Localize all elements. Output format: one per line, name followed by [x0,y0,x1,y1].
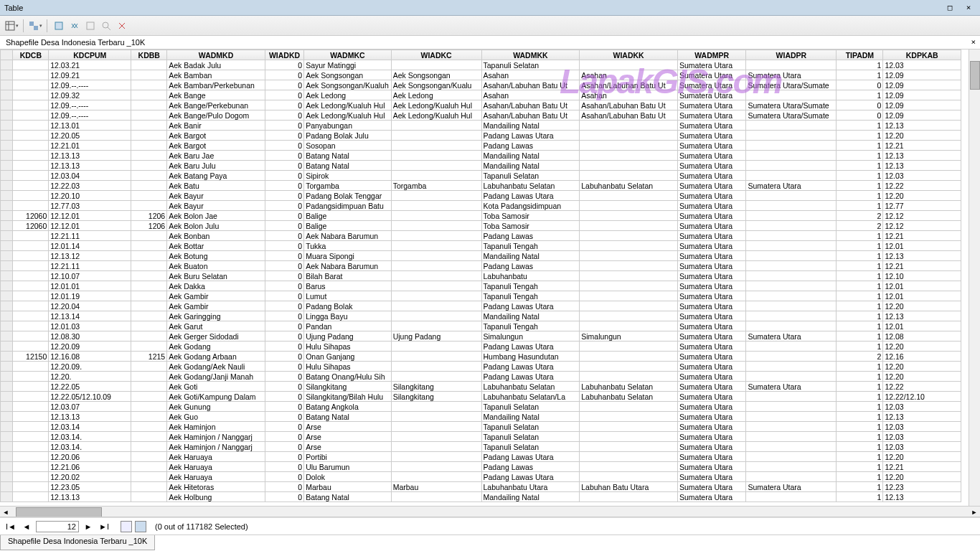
table-row[interactable]: 12.20.05Aek Bargot0Padang Bolak JuluPada… [1,131,961,141]
table-row[interactable]: 12.20.09Aek Godang0Hulu SihapasPadang La… [1,342,961,352]
column-header[interactable]: WIADPR [746,50,837,60]
table-row[interactable]: 12.21.11Aek Bonban0Aek Nabara BarumunPad… [1,231,961,241]
prev-record-button[interactable]: ◄ [20,520,33,533]
table-row[interactable]: 12.01.14Aek Bottar0TukkaTapanuli TengahS… [1,241,961,251]
table-row[interactable]: 12.20.02Aek Haruaya0DolokPadang Lawas Ut… [1,472,961,482]
table-row[interactable]: 12.08.30Aek Gerger Sidodadi0Ujung Padang… [1,331,961,342]
window-title: Table [3,4,941,12]
record-navigator: I◄ ◄ ► ►I (0 out of 117182 Selected) [0,517,980,534]
table-row[interactable]: 12.09.--.----Aek Bamban/Perkebunan0Aek S… [1,80,961,90]
record-number-input[interactable] [36,521,79,532]
toolbar [0,16,980,36]
column-header[interactable]: WADMPR [677,50,745,60]
table-row[interactable]: 12.20.10Aek Bayur0Padang Bolak TenggarPa… [1,191,961,201]
column-header[interactable]: WIADKK [580,50,678,60]
table-row[interactable]: 12.77.03Aek Bayur0Padangsidimpuan BatuKo… [1,201,961,211]
vertical-scrollbar[interactable] [969,50,980,506]
show-all-icon[interactable] [121,521,132,532]
svg-rect-6 [87,22,94,29]
column-header[interactable]: KDPKAB [883,50,961,60]
last-record-button[interactable]: ►I [98,520,110,533]
svg-rect-0 [6,22,14,30]
switch-selection-icon[interactable] [67,19,82,33]
column-header[interactable]: TIPADM [837,50,883,60]
table-row[interactable]: 12.20.Aek Godang/Janji Manah0Batang Onan… [1,372,961,382]
minimize-button[interactable]: □ [941,2,958,14]
layer-title: Shapefile Desa Indonesia Terbaru _10K [6,38,145,47]
table-row[interactable]: 12.01.01Aek Dakka0BarusTapanuli TengahSu… [1,281,961,291]
tab-bar: Shapefile Desa Indonesia Terbaru _10K [0,534,980,550]
column-header[interactable]: WADMKD [167,50,265,60]
first-record-button[interactable]: I◄ [4,520,17,533]
zoom-selected-icon[interactable] [99,19,113,33]
column-header[interactable]: WIADKD [265,50,303,60]
table-menu-icon[interactable] [4,19,19,33]
table-row[interactable]: 12.03.04Aek Batang Paya0SipirokTapanuli … [1,171,961,181]
table-row[interactable]: 12.21.01Aek Bargot0SosopanPadang LawasSu… [1,141,961,151]
next-record-button[interactable]: ► [82,520,95,533]
table-row[interactable]: 12.21.11Aek Buaton0Aek Nabara BarumunPad… [1,261,961,271]
table-row[interactable]: 12.23.05Aek Hitetoras0MarbauMarbauLabuha… [1,482,961,492]
svg-rect-4 [34,26,38,30]
column-header[interactable]: KDCPUM [49,50,131,60]
table-row[interactable]: 12.22.05/12.10.09Aek Goti/Kampung Dalam0… [1,392,961,402]
title-bar: Table □ × [0,0,980,16]
table-row[interactable]: 12.03.14.Aek Haminjon / Nanggarj0ArseTap… [1,432,961,442]
table-row[interactable]: 12.13.13Aek Baru Jae0Batang NatalMandail… [1,151,961,161]
table-row[interactable]: 12.09.21Aek Bamban0Aek SongsonganAek Son… [1,70,961,80]
table-row[interactable]: 12.03.14Aek Haminjon0ArseTapanuli Selata… [1,422,961,432]
show-selected-icon[interactable] [135,521,146,532]
close-button[interactable]: × [960,2,977,14]
table-row[interactable]: 12.21.06Aek Haruaya0Ulu BarumunPadang La… [1,462,961,472]
column-header[interactable]: KDBB [131,50,167,60]
svg-rect-3 [29,22,34,26]
table-row[interactable]: 12.13.14Aek Garingging0Lingga BayuMandai… [1,311,961,321]
table-row[interactable]: 12.09.--.----Aek Bange/Pulo Dogom0Aek Le… [1,110,961,121]
table-row[interactable]: 12.01.03Aek Garut0PandanTapanuli TengahS… [1,321,961,331]
svg-rect-5 [55,22,62,29]
svg-line-8 [108,27,110,30]
table-row[interactable]: 1206012.12.011206Aek Bolon Jae0BaligeTob… [1,211,961,221]
column-header[interactable]: WADMKC [304,50,392,60]
table-container: KDCBKDCPUMKDBBWADMKDWIADKDWADMKCWIADKCWA… [0,50,980,517]
table-row[interactable]: 12.13.13Aek Baru Julu0Batang NatalMandai… [1,161,961,171]
delete-selected-icon[interactable] [115,19,129,33]
table-row[interactable]: 12.13.12Aek Botung0Muara SipongiMandaili… [1,251,961,261]
table-row[interactable]: 12.20.06Aek Haruaya0PortibiPadang Lawas … [1,452,961,462]
horizontal-scrollbar[interactable]: ◄ ► [0,506,980,517]
table-row[interactable]: 12.20.09.Aek Godang/Aek Nauli0Hulu Sihap… [1,362,961,372]
table-row[interactable]: 12.09.--.----Aek Bange/Perkebunan0Aek Le… [1,100,961,110]
column-header[interactable]: WADMKK [481,50,580,60]
table-row[interactable]: 12.13.13Aek Holbung0Batang NatalMandaili… [1,492,961,502]
svg-point-7 [103,22,108,28]
table-row[interactable]: 12.10.07Aek Buru Selatan0Bilah BaratLabu… [1,271,961,281]
table-row[interactable]: 12.03.14.Aek Haminjon / Nanggarj0ArseTap… [1,442,961,452]
table-row[interactable]: 12.01.19Aek Gambir0LumutTapanuli TengahS… [1,291,961,301]
table-row[interactable]: 12.09.32Aek Bange0Aek LedongAek LedongAs… [1,90,961,100]
column-header[interactable]: KDCB [13,50,49,60]
table-row[interactable]: 12.03.21Aek Badak Julu0Sayur MatinggiTap… [1,60,961,70]
table-row[interactable]: 1215012.16.081215Aek Godang Arbaan0Onan … [1,352,961,362]
column-header[interactable]: WIADKC [391,50,481,60]
table-row[interactable]: 12.13.13Aek Guo0Batang NatalMandailing N… [1,412,961,422]
related-tables-icon[interactable] [28,19,42,33]
layer-title-bar: Shapefile Desa Indonesia Terbaru _10K × [0,36,980,50]
table-row[interactable]: 12.03.07Aek Gunung0Batang AngkolaTapanul… [1,402,961,412]
table-row[interactable]: 12.22.03Aek Batu0TorgambaTorgambaLabuhan… [1,181,961,191]
attribute-table[interactable]: KDCBKDCPUMKDBBWADMKDWIADKDWADMKCWIADKCWA… [0,50,961,502]
table-row[interactable]: 12.22.05Aek Goti0SilangkitangSilangkitan… [1,382,961,392]
table-row[interactable]: 12.13.01Aek Banir0PanyabunganMandailing … [1,121,961,131]
layer-close-icon[interactable]: × [971,37,976,47]
select-by-attributes-icon[interactable] [52,19,66,33]
selection-status: (0 out of 117182 Selected) [155,522,248,531]
table-row[interactable]: 12.20.04Aek Gambir0Padang BolakPadang La… [1,301,961,311]
table-tab[interactable]: Shapefile Desa Indonesia Terbaru _10K [0,535,155,550]
table-row[interactable]: 1206012.12.011206Aek Bolon Julu0BaligeTo… [1,221,961,231]
clear-selection-icon[interactable] [83,19,98,33]
